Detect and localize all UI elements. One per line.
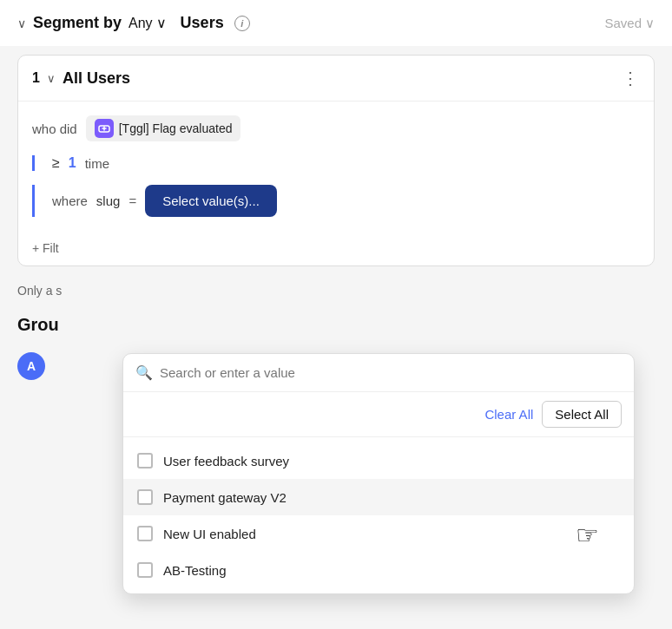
card-title: All Users: [63, 69, 130, 88]
any-selector[interactable]: Any ∨: [128, 15, 167, 31]
filter-label: + Filt: [32, 241, 59, 255]
item-label: User feedback survey: [163, 454, 289, 468]
list-item[interactable]: New UI enabled: [123, 515, 634, 552]
values-dropdown: 🔍 Clear All Select All User feedback sur…: [122, 353, 635, 594]
who-did-label: who did: [32, 121, 77, 136]
checkbox-user-feedback[interactable]: [137, 453, 153, 468]
segment-chevron-icon[interactable]: ∨: [17, 16, 26, 30]
dropdown-actions: Clear All Select All: [123, 392, 634, 437]
checkbox-new-ui[interactable]: [137, 526, 153, 541]
event-icon: [95, 119, 114, 138]
select-values-button[interactable]: Select value(s)...: [145, 185, 277, 217]
item-label: New UI enabled: [163, 527, 256, 541]
equals-sign: =: [128, 193, 136, 208]
any-label: Any: [128, 16, 153, 31]
users-label: Users: [181, 14, 224, 32]
saved-label: Saved: [604, 16, 642, 30]
filter-row[interactable]: + Filt: [18, 231, 654, 265]
who-did-row: who did [Tggl] Flag evaluated: [32, 115, 640, 141]
only-label: Only a s: [17, 284, 62, 298]
top-bar: ∨ Segment by Any ∨ Users i Saved ∨: [0, 0, 672, 46]
clear-all-button[interactable]: Clear All: [484, 407, 533, 422]
where-row: where slug = Select value(s)...: [32, 185, 640, 217]
item-label: Payment gateway V2: [163, 490, 287, 505]
list-item[interactable]: User feedback survey: [123, 442, 634, 479]
group-label: Grou: [0, 306, 672, 344]
event-badge[interactable]: [Tggl] Flag evaluated: [86, 115, 241, 141]
slug-label: slug: [96, 193, 121, 208]
search-input[interactable]: [160, 365, 622, 380]
time-count[interactable]: 1: [69, 155, 76, 171]
info-icon[interactable]: i: [234, 16, 250, 31]
time-label: time: [85, 156, 109, 171]
card-number: 1: [32, 70, 40, 86]
gte-symbol: ≥: [52, 155, 60, 171]
select-all-button[interactable]: Select All: [542, 401, 622, 428]
only-row: Only a s: [0, 275, 672, 306]
time-row: ≥ 1 time: [32, 155, 640, 171]
where-label: where: [52, 193, 88, 208]
any-chevron-icon: ∨: [156, 15, 167, 31]
segment-card: 1 ∨ All Users ⋮ who did [Tggl] Flag eval…: [17, 55, 655, 266]
checkbox-payment-gateway[interactable]: [137, 489, 153, 505]
segment-by-label: Segment by: [33, 14, 122, 32]
saved-chevron-icon: ∨: [645, 16, 655, 31]
search-icon: 🔍: [135, 364, 153, 381]
card-menu-icon[interactable]: ⋮: [622, 68, 640, 88]
list-item[interactable]: AB-Testing: [123, 552, 634, 588]
event-name: [Tggl] Flag evaluated: [119, 121, 233, 135]
item-label: AB-Testing: [163, 563, 227, 578]
avatar: A: [17, 352, 45, 380]
card-header: 1 ∨ All Users ⋮: [18, 56, 654, 102]
card-body: who did [Tggl] Flag evaluated ≥ 1 time w…: [18, 102, 654, 231]
saved-button[interactable]: Saved ∨: [604, 16, 655, 31]
card-chevron-icon[interactable]: ∨: [47, 72, 56, 85]
dropdown-search-row: 🔍: [123, 354, 634, 392]
dropdown-list: User feedback survey Payment gateway V2 …: [123, 437, 634, 593]
checkbox-ab-testing[interactable]: [137, 562, 153, 578]
list-item[interactable]: Payment gateway V2: [123, 479, 634, 515]
